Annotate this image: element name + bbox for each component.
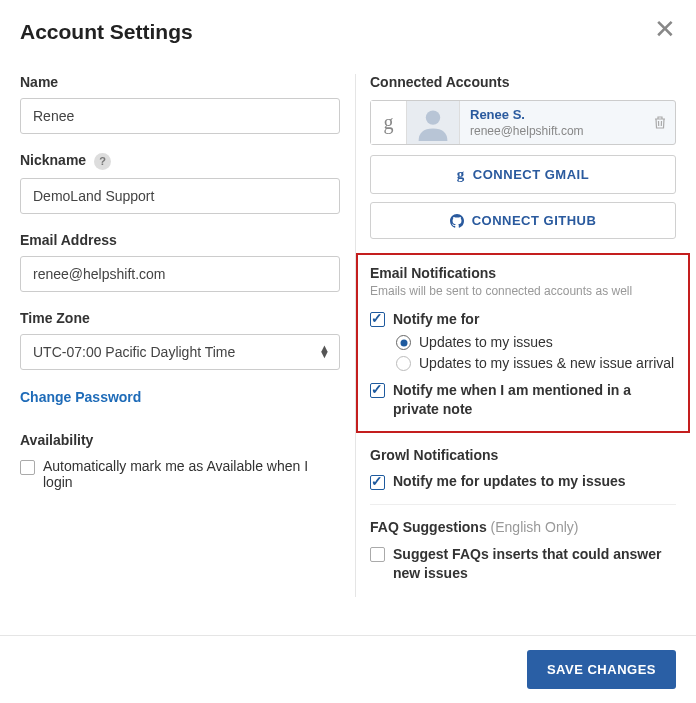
faq-title-text: FAQ Suggestions: [370, 519, 487, 535]
name-input[interactable]: [20, 98, 340, 134]
avatar: [407, 101, 459, 144]
connected-accounts-title: Connected Accounts: [370, 74, 676, 90]
svg-point-0: [426, 110, 440, 124]
close-icon[interactable]: ✕: [654, 16, 676, 42]
email-notifications-section: Email Notifications Emails will be sent …: [356, 253, 690, 433]
updates-radio-label: Updates to my issues: [419, 334, 553, 350]
connect-github-label: CONNECT GITHUB: [472, 213, 597, 228]
growl-title: Growl Notifications: [370, 447, 676, 463]
nickname-input[interactable]: [20, 178, 340, 214]
notify-mention-checkbox[interactable]: [370, 383, 385, 398]
faq-suggest-checkbox[interactable]: [370, 547, 385, 562]
email-notif-subtitle: Emails will be sent to connected account…: [370, 284, 676, 298]
email-notif-title: Email Notifications: [370, 265, 676, 281]
timezone-select[interactable]: [20, 334, 340, 370]
email-label: Email Address: [20, 232, 340, 248]
updates-new-radio[interactable]: [396, 356, 411, 371]
trash-icon[interactable]: [645, 101, 675, 144]
auto-available-checkbox[interactable]: [20, 460, 35, 475]
nickname-label-text: Nickname: [20, 152, 86, 168]
name-label: Name: [20, 74, 340, 90]
google-icon: g: [457, 166, 465, 183]
notify-me-for-label: Notify me for: [393, 311, 479, 327]
notify-mention-label: Notify me when I am mentioned in a priva…: [393, 381, 676, 419]
auto-available-label: Automatically mark me as Available when …: [43, 458, 340, 490]
connect-gmail-label: CONNECT GMAIL: [473, 167, 589, 182]
connect-gmail-button[interactable]: g CONNECT GMAIL: [370, 155, 676, 194]
growl-notify-checkbox[interactable]: [370, 475, 385, 490]
change-password-link[interactable]: Change Password: [20, 389, 141, 405]
page-title: Account Settings: [20, 20, 193, 44]
updates-radio[interactable]: [396, 335, 411, 350]
save-button[interactable]: SAVE CHANGES: [527, 650, 676, 689]
availability-title: Availability: [20, 432, 340, 448]
connected-account-row: g Renee S. renee@helpshift.com: [370, 100, 676, 145]
notify-me-for-checkbox[interactable]: [370, 312, 385, 327]
google-provider-icon: g: [371, 101, 407, 144]
growl-notify-label: Notify me for updates to my issues: [393, 473, 626, 489]
updates-new-radio-label: Updates to my issues & new issue arrival: [419, 355, 674, 371]
timezone-label: Time Zone: [20, 310, 340, 326]
connect-github-button[interactable]: CONNECT GITHUB: [370, 202, 676, 239]
nickname-label: Nickname ?: [20, 152, 340, 170]
help-icon[interactable]: ?: [94, 153, 111, 170]
faq-title: FAQ Suggestions (English Only): [370, 519, 676, 535]
email-input[interactable]: [20, 256, 340, 292]
faq-title-note: (English Only): [491, 519, 579, 535]
faq-suggest-label: Suggest FAQs inserts that could answer n…: [393, 545, 676, 583]
connected-account-email: renee@helpshift.com: [470, 124, 635, 138]
github-icon: [450, 214, 464, 228]
connected-account-name: Renee S.: [470, 107, 635, 122]
